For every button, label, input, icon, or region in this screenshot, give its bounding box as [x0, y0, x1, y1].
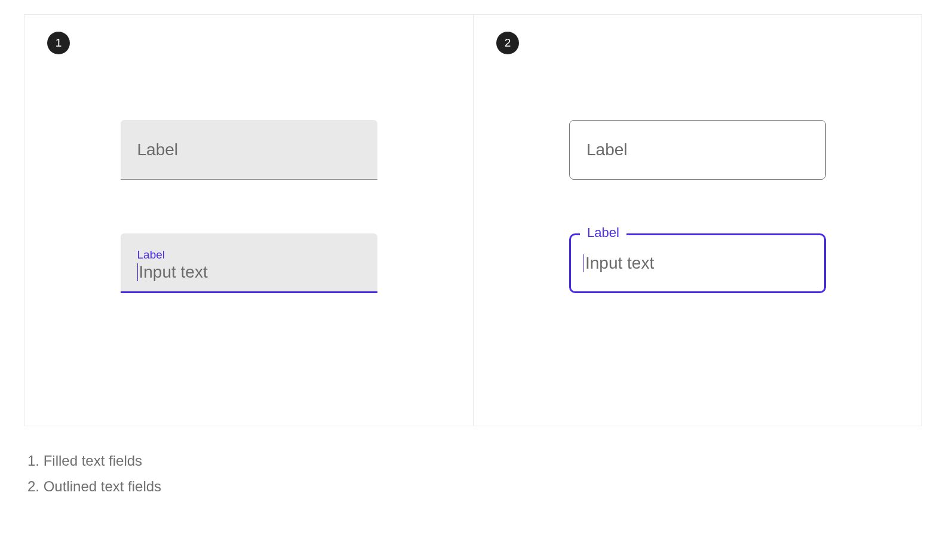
filled-idle-label: Label	[137, 140, 179, 159]
filled-text-field-idle[interactable]: Label	[121, 120, 377, 180]
filled-text-field-focused[interactable]: Label Input text	[121, 233, 377, 293]
outlined-focused-content: Input text	[569, 233, 826, 293]
filled-focused-input-line: Input text	[137, 263, 361, 282]
panel-outlined-text-fields: 2 Label Label	[473, 15, 922, 426]
outlined-text-field-idle-wrap: Label	[569, 120, 826, 180]
numbered-badge-2: 2	[496, 32, 519, 54]
filled-field-stack: Label Label Input text	[42, 120, 455, 293]
text-caret-icon	[137, 263, 138, 281]
figure-captions: 1. Filled text fields 2. Outlined text f…	[24, 448, 922, 499]
outlined-idle-label: Label	[586, 140, 628, 159]
numbered-badge-1: 1	[47, 32, 70, 54]
outlined-focused-value: Input text	[585, 254, 654, 273]
text-caret-icon	[583, 254, 584, 272]
figure-frame: 1 Label Label Input text	[24, 14, 922, 426]
outlined-text-field-focused-wrap: Label Input text	[569, 233, 826, 293]
page-root: 1 Label Label Input text	[0, 0, 946, 523]
panel-filled-text-fields: 1 Label Label Input text	[24, 15, 473, 426]
caption-item-2: 2. Outlined text fields	[27, 473, 922, 499]
outlined-field-stack: Label Label	[492, 120, 904, 293]
filled-text-field-focused-wrap: Label Input text	[121, 233, 377, 293]
filled-text-field-idle-wrap: Label	[121, 120, 377, 180]
filled-focused-value: Input text	[139, 263, 208, 282]
caption-item-1: 1. Filled text fields	[27, 448, 922, 473]
filled-focused-floating-label: Label	[137, 248, 361, 261]
outlined-text-field-idle[interactable]: Label	[569, 120, 826, 180]
outlined-text-field-focused[interactable]: Label Input text	[569, 233, 826, 293]
